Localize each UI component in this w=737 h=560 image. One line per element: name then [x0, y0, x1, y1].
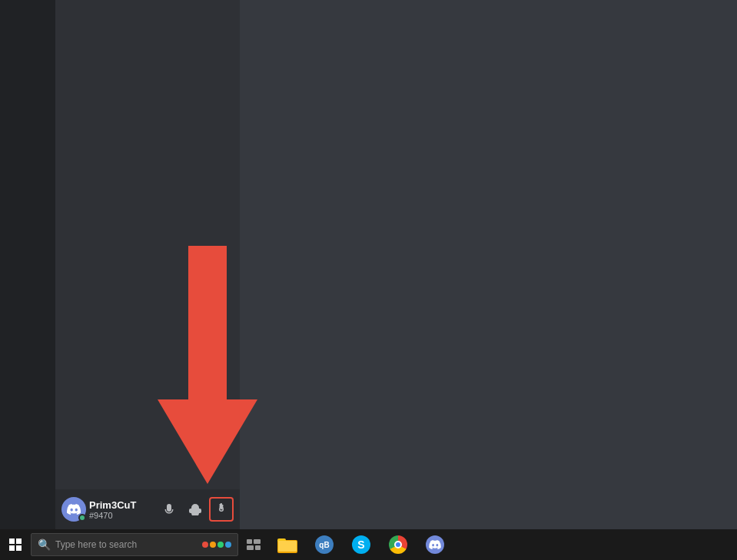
qbittorrent-logo: qB — [315, 535, 334, 554]
chat-area — [240, 0, 737, 529]
qbittorrent-icon[interactable]: qB — [306, 529, 343, 560]
deafen-button[interactable] — [183, 497, 207, 522]
svg-rect-4 — [255, 545, 261, 550]
main-content-area: Prim3CuT #9470 — [0, 0, 737, 529]
chrome-icon[interactable] — [380, 529, 417, 560]
svg-rect-1 — [247, 539, 252, 544]
cortana-decoration — [202, 542, 231, 548]
search-icon: 🔍 — [38, 538, 51, 551]
svg-rect-2 — [254, 539, 261, 544]
status-indicator — [78, 514, 86, 522]
taskbar-search[interactable]: 🔍 Type here to search — [31, 533, 238, 556]
file-explorer-icon[interactable] — [269, 529, 306, 560]
sidebar-server-list — [0, 0, 55, 529]
task-view-button[interactable] — [241, 529, 266, 560]
start-button[interactable] — [0, 529, 31, 560]
user-info: Prim3CuT #9470 — [89, 499, 154, 520]
mute-button[interactable] — [157, 497, 181, 522]
skype-icon[interactable]: S — [343, 529, 380, 560]
search-placeholder-text: Type here to search — [55, 539, 137, 550]
windows-logo — [9, 538, 22, 551]
chrome-logo — [389, 535, 407, 554]
user-panel: Prim3CuT #9470 — [55, 489, 240, 529]
taskbar: 🔍 Type here to search — [0, 529, 737, 560]
sidebar-channels: Prim3CuT #9470 — [55, 0, 240, 529]
username: Prim3CuT — [89, 499, 154, 511]
discord-taskbar-icon[interactable] — [417, 529, 453, 560]
user-controls — [157, 497, 234, 522]
svg-rect-7 — [278, 541, 297, 552]
discord-logo — [426, 535, 444, 554]
taskbar-app-icons: qB S — [269, 529, 453, 560]
avatar-container — [61, 497, 86, 522]
user-tag: #9470 — [89, 511, 154, 520]
settings-button[interactable] — [209, 497, 234, 522]
skype-logo: S — [352, 535, 370, 554]
folder-icon — [277, 536, 297, 553]
svg-rect-3 — [247, 545, 254, 550]
